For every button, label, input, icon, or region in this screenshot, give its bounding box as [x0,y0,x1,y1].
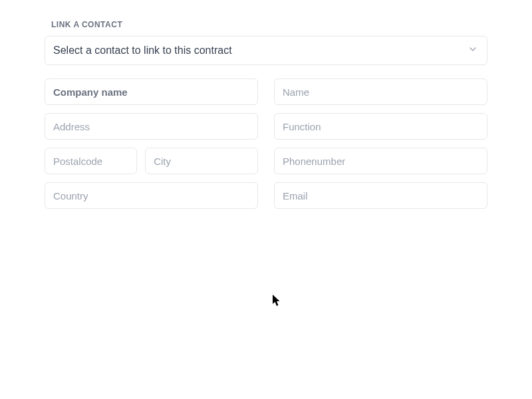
contact-select-wrapper: Select a contact to link to this contrac… [45,36,487,65]
function-input[interactable] [274,113,487,140]
company-name-input[interactable] [45,78,258,105]
link-contact-form: LINK A CONTACT Select a contact to link … [45,20,487,209]
section-label: LINK A CONTACT [45,20,487,29]
email-input[interactable] [274,182,487,209]
postalcode-input[interactable] [45,148,137,174]
cursor-icon [273,295,282,309]
address-input[interactable] [45,113,258,140]
form-columns [45,78,487,209]
contact-select-text: Select a contact to link to this contrac… [53,45,232,57]
country-input[interactable] [45,182,258,209]
phonenumber-input[interactable] [274,148,487,174]
city-input[interactable] [145,148,258,174]
contact-select[interactable]: Select a contact to link to this contrac… [45,36,487,65]
postal-city-row [45,148,258,174]
name-input[interactable] [274,78,487,105]
right-column [274,78,487,209]
left-column [45,78,258,209]
